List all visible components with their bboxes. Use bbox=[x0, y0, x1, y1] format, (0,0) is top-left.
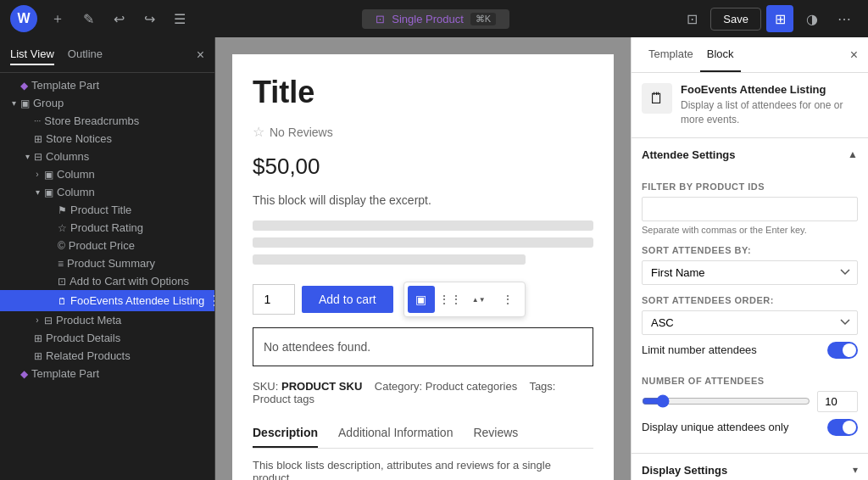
tree-item-product-price[interactable]: © Product Price bbox=[0, 237, 214, 254]
product-description: This block lists description, attributes… bbox=[253, 459, 593, 480]
tab-description[interactable]: Description bbox=[253, 419, 318, 448]
attendees-empty-label: No attendees found. bbox=[264, 340, 370, 354]
limit-attendees-row: Limit number attendees bbox=[642, 335, 858, 366]
canvas: Title ☆ No Reviews $50,00 This block wil… bbox=[215, 37, 631, 480]
tree-item-product-rating[interactable]: ☆ Product Rating bbox=[0, 219, 214, 237]
skeleton-line-1 bbox=[253, 220, 593, 231]
tree-label: Template Part bbox=[31, 79, 99, 92]
tree-item-group[interactable]: ▾ ▣ Group bbox=[0, 94, 214, 112]
display-settings-row[interactable]: Display Settings ▾ bbox=[632, 454, 868, 480]
tools-button[interactable]: ✎ bbox=[75, 5, 102, 32]
sku-value: PRODUCT SKU bbox=[281, 380, 362, 393]
template-part-2-icon: ◆ bbox=[20, 368, 28, 380]
product-meta-icon: ⊟ bbox=[44, 315, 53, 327]
right-panel-close-button[interactable]: × bbox=[850, 47, 858, 63]
tab-list-view[interactable]: List View bbox=[10, 44, 54, 65]
tree-item-product-details[interactable]: ⊞ Product Details bbox=[0, 329, 214, 347]
product-meta: SKU: PRODUCT SKU Category: Product categ… bbox=[253, 380, 593, 405]
tree-item-product-title[interactable]: ⚑ Product Title bbox=[0, 201, 214, 219]
number-slider[interactable] bbox=[642, 394, 810, 408]
right-panel-body: 🗒 FooEvents Attendee Listing Display a l… bbox=[632, 73, 868, 480]
unique-toggle[interactable] bbox=[827, 419, 858, 436]
sku-label: SKU: bbox=[253, 380, 278, 393]
styles-button[interactable]: ◑ bbox=[798, 5, 826, 32]
column-icon: ▣ bbox=[44, 187, 53, 198]
filter-hint: Separate with commas or the Enter key. bbox=[642, 225, 858, 235]
attendee-settings-body: FILTER BY PRODUCT IDS Separate with comm… bbox=[632, 181, 868, 453]
filter-label: FILTER BY PRODUCT IDS bbox=[642, 181, 858, 192]
tree-label: Columns bbox=[46, 150, 89, 163]
more-options-button[interactable]: ⋯ bbox=[831, 5, 858, 32]
sort-order-label: SORT ATTENDEES ORDER: bbox=[642, 295, 858, 305]
tree-label: Store Notices bbox=[46, 132, 112, 145]
tree-item-store-breadcrumbs[interactable]: ··· Store Breadcrumbs bbox=[0, 112, 214, 130]
main-area: List View Outline × ◆ Template Part ▾ ▣ … bbox=[0, 37, 868, 480]
breadcrumb[interactable]: ⊡ Single Product ⌘K bbox=[362, 9, 509, 29]
list-view-button[interactable]: ☰ bbox=[166, 5, 193, 32]
toolbar-move-button[interactable]: ⋮⋮ bbox=[437, 286, 464, 313]
unique-attendees-row: Display unique attendees only bbox=[642, 412, 858, 443]
expand-icon: ▾ bbox=[31, 187, 44, 197]
save-button[interactable]: Save bbox=[710, 8, 761, 31]
add-to-cart-button[interactable]: Add to cart bbox=[302, 286, 393, 313]
tree-label: Product Rating bbox=[70, 221, 143, 234]
tree-item-add-to-cart[interactable]: ⊡ Add to Cart with Options bbox=[0, 272, 214, 290]
tree-item-template-part-1[interactable]: ◆ Template Part bbox=[0, 76, 214, 94]
quantity-input[interactable] bbox=[253, 284, 295, 315]
add-to-cart-icon: ⊡ bbox=[58, 276, 66, 287]
add-to-cart-row: Add to cart ▣ ⋮⋮ ▲▼ ⋮ bbox=[253, 282, 593, 317]
product-rating-icon: ☆ bbox=[58, 222, 67, 234]
attendee-settings-chevron: ▲ bbox=[848, 148, 858, 160]
number-row: 10 bbox=[642, 391, 858, 412]
tab-outline[interactable]: Outline bbox=[68, 44, 103, 65]
display-settings-title: Display Settings bbox=[642, 464, 727, 477]
tree-item-store-notices[interactable]: ⊞ Store Notices bbox=[0, 130, 214, 148]
toolbar-reorder-button[interactable]: ▲▼ bbox=[465, 286, 492, 313]
notices-icon: ⊞ bbox=[34, 133, 42, 145]
tab-reviews[interactable]: Reviews bbox=[473, 419, 518, 448]
product-excerpt: This block will display the excerpt. bbox=[253, 193, 593, 207]
breadcrumb-icon: ⊡ bbox=[376, 13, 385, 25]
tree-item-columns[interactable]: ▾ ⊟ Columns bbox=[0, 148, 214, 165]
sidebar-toggle-button[interactable]: ⊞ bbox=[766, 5, 793, 32]
wp-logo[interactable]: W bbox=[10, 5, 37, 32]
limit-toggle[interactable] bbox=[827, 342, 858, 359]
sort-order-select[interactable]: ASC DESC bbox=[642, 310, 858, 335]
sort-by-label: SORT ATTENDEES BY: bbox=[642, 245, 858, 255]
product-title-icon: ⚑ bbox=[58, 204, 67, 216]
undo-button[interactable]: ↩ bbox=[105, 5, 132, 32]
sort-by-select[interactable]: First Name Last Name Email bbox=[642, 260, 858, 285]
topbar-actions: ＋ ✎ ↩ ↪ ☰ bbox=[44, 5, 193, 32]
add-button[interactable]: ＋ bbox=[44, 5, 71, 32]
filter-input[interactable] bbox=[642, 197, 858, 221]
expand-icon: › bbox=[31, 170, 44, 179]
tab-additional-info[interactable]: Additional Information bbox=[338, 419, 453, 448]
expand-icon: ▾ bbox=[7, 98, 20, 108]
product-title: Title bbox=[253, 75, 593, 110]
toolbar-layout-button[interactable]: ▣ bbox=[408, 286, 435, 313]
tree-item-product-meta[interactable]: › ⊟ Product Meta bbox=[0, 311, 214, 329]
expand-icon: ▾ bbox=[20, 152, 34, 161]
tree-item-fooevents[interactable]: 🗒 FooEvents Attendee Listing ⋮ bbox=[0, 290, 214, 311]
topbar-center: ⊡ Single Product ⌘K bbox=[200, 9, 671, 29]
left-panel-close-button[interactable]: × bbox=[197, 47, 204, 63]
right-tab-template[interactable]: Template bbox=[642, 37, 700, 72]
tree-item-column-2[interactable]: ▾ ▣ Column bbox=[0, 183, 214, 201]
block-toolbar: ▣ ⋮⋮ ▲▼ ⋮ bbox=[403, 282, 526, 317]
unique-toggle-label: Display unique attendees only bbox=[642, 421, 788, 433]
tree-item-template-part-2[interactable]: ◆ Template Part bbox=[0, 365, 214, 382]
redo-button[interactable]: ↪ bbox=[136, 5, 163, 32]
columns-icon: ⊟ bbox=[34, 151, 42, 163]
expand-icon: › bbox=[31, 315, 44, 325]
number-label: NUMBER OF ATTENDEES bbox=[642, 376, 858, 386]
right-tab-block[interactable]: Block bbox=[700, 37, 741, 72]
left-panel-tabs: List View Outline bbox=[10, 44, 103, 65]
number-input[interactable]: 10 bbox=[817, 391, 858, 412]
tree-item-product-summary[interactable]: ≡ Product Summary bbox=[0, 254, 214, 272]
item-options-button[interactable]: ⋮ bbox=[204, 293, 214, 309]
preview-button[interactable]: ⊡ bbox=[678, 5, 705, 32]
attendee-settings-header[interactable]: Attendee Settings ▲ bbox=[632, 138, 868, 171]
tree-item-column-1[interactable]: › ▣ Column bbox=[0, 165, 214, 183]
tree-item-related-products[interactable]: ⊞ Related Products bbox=[0, 347, 214, 365]
toolbar-more-button[interactable]: ⋮ bbox=[494, 286, 521, 313]
